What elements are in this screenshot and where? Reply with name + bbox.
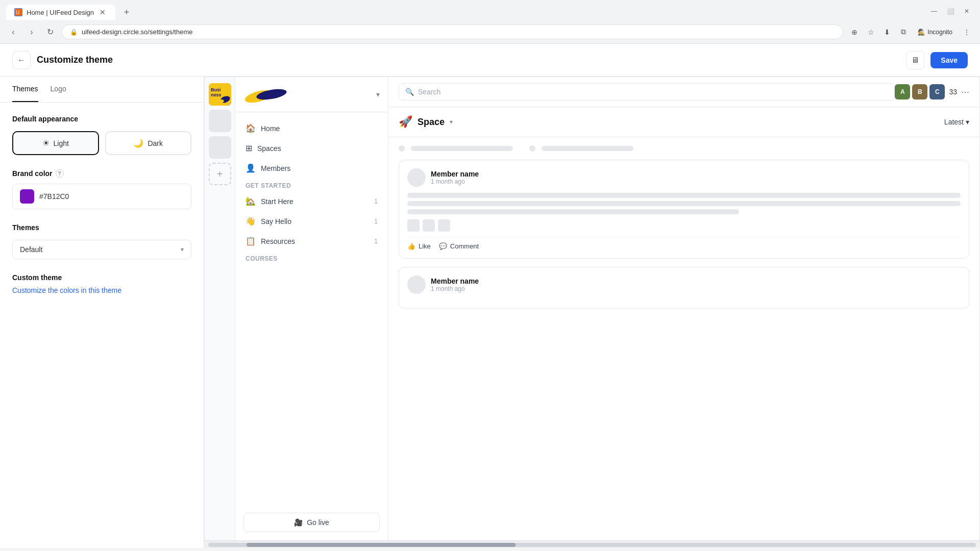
minimize-button[interactable]: — [927,4,941,18]
menu-icon[interactable]: ⋮ [960,25,974,39]
preview-post-2: Member name 1 month ago [399,267,969,309]
preview-main: 🔍 Search A B C 33 ⋯ [388,77,979,540]
dark-mode-button[interactable]: 🌙 Dark [105,131,192,155]
preview-nav-brand [243,85,289,104]
browser-chrome: U Home | UIFeed Design ✕ + — ⬜ ✕ ‹ › ↻ 🔒… [0,0,980,44]
back-button[interactable]: ‹ [6,25,20,39]
preview-sidebar-add-button[interactable]: + [209,163,231,185]
nav-item-spaces[interactable]: ⊞ Spaces [235,138,388,158]
home-icon: 🏠 [246,123,256,133]
reaction-2[interactable] [423,219,435,232]
reaction-3[interactable] [438,219,450,232]
incognito-icon: 🕵️ [918,29,925,36]
preview-header-right: A B C 33 ⋯ [895,84,969,99]
brand-color-info-icon[interactable]: ? [56,169,64,178]
address-bar[interactable]: 🔒 uifeed-design.circle.so/settings/theme [61,24,843,39]
post-time-1: 1 month ago [431,178,479,185]
tab-logo[interactable]: Logo [51,77,66,102]
moon-icon: 🌙 [133,138,143,148]
avatar-b[interactable]: B [912,84,927,99]
device-preview-button[interactable]: 🖥 [906,51,924,69]
say-hello-count: 1 [374,218,378,225]
avatar-a[interactable]: A [895,84,910,99]
nav-item-say-hello[interactable]: 👋 Say Hello 1 [235,211,388,231]
left-panel: Themes Logo Default appearance ☀ Light 🌙… [0,77,204,548]
app-header: ← Customize theme 🖥 Save [0,44,980,77]
post-avatar-2 [407,276,426,294]
browser-tab[interactable]: U Home | UIFeed Design ✕ [6,5,115,20]
sun-icon: ☀ [42,138,50,148]
incognito-label: Incognito [927,29,952,36]
preview-sidebar: Busi ness + [205,77,235,540]
space-title: Space [418,117,445,128]
comment-button[interactable]: 💬 Comment [439,242,479,250]
skeleton-row [399,145,969,152]
page-title: Customize theme [37,55,906,65]
post-header-2: Member name 1 month ago [407,276,961,294]
sort-chevron-icon: ▾ [966,118,969,126]
nav-item-resources[interactable]: 📋 Resources 1 [235,231,388,251]
refresh-button[interactable]: ↻ [43,25,57,39]
browser-title-bar: U Home | UIFeed Design ✕ + — ⬜ ✕ [0,0,980,20]
like-button[interactable]: 👍 Like [407,242,431,250]
default-appearance-title: Default appearance [12,115,191,123]
resources-count: 1 [374,238,378,245]
skeleton-dot-2 [529,145,535,152]
post-meta-1: Member name 1 month ago [431,170,479,185]
nav-item-home[interactable]: 🏠 Home [235,118,388,138]
post-line-2 [407,201,961,206]
horizontal-scrollbar[interactable] [204,541,980,548]
more-options-icon[interactable]: ⋯ [961,87,969,97]
back-button[interactable]: ← [12,51,31,69]
skeleton-dot [399,145,405,152]
post-member-name-1: Member name [431,170,479,178]
reaction-1[interactable] [407,219,420,232]
tab-close-button[interactable]: ✕ [98,8,107,17]
bookmark-icon[interactable]: ☆ [864,25,878,39]
search-bar[interactable]: 🔍 Search [399,83,895,101]
preview-sidebar-logo[interactable]: Busi ness [209,83,231,106]
left-panel-tabs: Themes Logo [0,77,204,103]
themes-dropdown[interactable]: Default ▾ [12,240,191,259]
comment-icon: 💬 [439,242,447,250]
light-mode-button[interactable]: ☀ Light [12,131,99,155]
brand-color-value: #7B12C0 [39,192,184,201]
customize-colors-link[interactable]: Customize the colors in this theme [12,286,121,294]
tab-themes[interactable]: Themes [12,77,38,102]
skeleton-bar-2 [542,146,633,151]
new-tab-button[interactable]: + [119,5,134,19]
preview-sidebar-item-1[interactable] [209,110,231,132]
avatar-c[interactable]: C [929,84,945,99]
svg-text:U: U [16,10,19,15]
save-button[interactable]: Save [930,52,968,68]
brand-color-swatch[interactable] [20,189,34,204]
post-header-1: Member name 1 month ago [407,168,961,187]
brand-color-input[interactable]: #7B12C0 [12,184,191,209]
spaces-icon: ⊞ [246,143,252,153]
translate-icon[interactable]: ⊕ [847,25,862,39]
preview-post-1: Member name 1 month ago [399,160,969,259]
forward-button[interactable]: › [24,25,39,39]
post-line-3 [407,209,739,214]
preview-space-header: 🚀 Space ▾ Latest ▾ [388,107,979,137]
app-container: ← Customize theme 🖥 Save Themes Logo Def… [0,44,980,548]
nav-item-start-here[interactable]: 🏡 Start Here 1 [235,191,388,211]
go-live-button[interactable]: 🎥 Go live [243,513,380,532]
chevron-down-icon[interactable]: ▾ [376,90,380,98]
maximize-button[interactable]: ⬜ [943,4,958,18]
download-icon[interactable]: ⬇ [880,25,894,39]
preview-sidebar-item-2[interactable] [209,136,231,159]
comment-label: Comment [450,242,479,250]
dark-label: Dark [148,139,163,147]
nav-item-say-hello-label: Say Hello [261,217,291,226]
post-avatar-1 [407,168,426,187]
themes-dropdown-value: Default [20,245,42,254]
nav-item-members[interactable]: 👤 Members [235,158,388,178]
space-dropdown-icon[interactable]: ▾ [450,118,453,126]
close-window-button[interactable]: ✕ [960,4,974,18]
like-icon: 👍 [407,242,415,250]
post-content-1 [407,193,961,214]
extensions-icon[interactable]: ⧉ [896,25,911,39]
go-live-label: Go live [307,518,329,527]
sort-dropdown[interactable]: Latest ▾ [944,118,969,126]
